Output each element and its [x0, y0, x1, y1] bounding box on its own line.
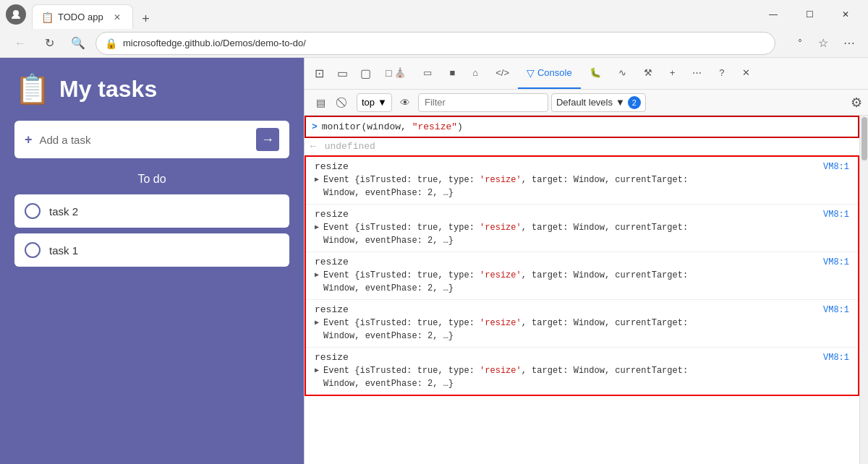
error-count-badge: 2: [628, 96, 641, 109]
resize-label: resize: [315, 209, 349, 220]
new-tab-button[interactable]: +: [136, 9, 156, 29]
tab-home[interactable]: ⌂: [464, 58, 487, 89]
maximize-button[interactable]: ☐: [793, 3, 826, 26]
todo-section-title: To do: [14, 173, 289, 186]
add-task-plus-icon: +: [25, 132, 33, 147]
task-item[interactable]: task 2: [14, 194, 289, 228]
resize-source-link[interactable]: VM8:1: [823, 353, 849, 363]
address-input[interactable]: 🔒 microsoftedge.github.io/Demos/demo-to-…: [95, 32, 775, 55]
expand-arrow-icon[interactable]: ▶: [315, 223, 319, 231]
add-task-button[interactable]: →: [256, 128, 279, 151]
scrollbar[interactable]: [859, 116, 868, 464]
back-button[interactable]: ←: [9, 32, 32, 55]
url-text: microsoftedge.github.io/Demos/demo-to-do…: [123, 38, 306, 48]
context-chevron-icon: ▼: [378, 97, 387, 108]
user-avatar[interactable]: [6, 4, 26, 25]
resize-header: resize VM8:1: [315, 257, 849, 267]
console-content: > monitor(window, "resize") ← ← undefine…: [305, 116, 859, 464]
active-tab[interactable]: 📋 TODO app ✕: [32, 4, 133, 29]
source-box-icon: ■: [449, 67, 455, 78]
console-prompt-highlighted[interactable]: > monitor(window, "resize"): [305, 116, 859, 138]
context-select[interactable]: top ▼: [357, 93, 392, 112]
tab-device[interactable]: ▭: [414, 58, 441, 89]
tab-more[interactable]: ⋯: [684, 58, 710, 89]
devtools-panel: ⊡ ▭ ▢ □ ⛪ ▭ ■ ⌂ </>: [304, 58, 868, 464]
device-icon: ▭: [423, 67, 432, 78]
tab-help[interactable]: ?: [710, 58, 733, 89]
search-button[interactable]: 🔍: [67, 32, 90, 55]
task-label: task 2: [49, 205, 78, 218]
prompt-code: monitor(window, "resize"): [322, 121, 463, 132]
task-checkbox[interactable]: [25, 242, 41, 258]
close-button[interactable]: ✕: [829, 3, 862, 26]
device-toolbar-icon[interactable]: ▭: [331, 62, 354, 85]
event-text: Event {isTrusted: true, type: 'resize', …: [323, 317, 688, 343]
tab-bugs[interactable]: 🐛: [581, 58, 610, 89]
refresh-button[interactable]: ↻: [38, 32, 61, 55]
window-controls: — ☐ ✕: [757, 3, 862, 26]
clear-console-button[interactable]: ▤: [310, 93, 331, 113]
resize-detail: ▶ Event {isTrusted: true, type: 'resize'…: [315, 364, 849, 390]
filter-button[interactable]: ⃠: [333, 93, 354, 113]
bugs-icon: 🐛: [590, 67, 601, 78]
tab-performance[interactable]: ⚒: [635, 58, 661, 89]
eye-icon[interactable]: 👁: [395, 93, 415, 113]
task-checkbox[interactable]: [25, 203, 41, 219]
tab-close[interactable]: ✕: [733, 58, 759, 89]
inspect-element-icon[interactable]: ⊡: [307, 62, 331, 85]
add-task-bar[interactable]: + Add a task →: [14, 121, 289, 158]
resize-detail: ▶ Event {isTrusted: true, type: 'resize'…: [315, 221, 849, 247]
resize-entry: resize VM8:1 ▶ Event {isTrusted: true, t…: [306, 348, 858, 395]
resize-source-link[interactable]: VM8:1: [823, 257, 849, 267]
expand-arrow-icon[interactable]: ▶: [315, 318, 319, 327]
prompt-arrow-icon: >: [312, 121, 318, 132]
todo-icon: 📋: [14, 72, 51, 106]
tab-console-label: Console: [537, 67, 572, 78]
tab-title: TODO app: [58, 12, 103, 22]
task-label: task 1: [49, 244, 78, 257]
resize-entry: resize VM8:1 ▶ Event {isTrusted: true, t…: [306, 300, 858, 348]
todo-title: My tasks: [59, 76, 157, 103]
console-icon: ▽: [527, 67, 535, 79]
tab-bar: 📋 TODO app ✕ +: [32, 0, 757, 29]
svg-point-0: [13, 10, 19, 16]
minimize-button[interactable]: —: [757, 3, 790, 26]
task-item[interactable]: task 1: [14, 233, 289, 267]
levels-chevron-icon: ▼: [616, 97, 625, 108]
expand-arrow-icon[interactable]: ▶: [315, 175, 319, 184]
scrollbar-thumb[interactable]: [861, 117, 867, 160]
resize-detail: ▶ Event {isTrusted: true, type: 'resize'…: [315, 317, 849, 343]
tab-network[interactable]: ∿: [610, 58, 635, 89]
resize-entry: resize VM8:1 ▶ Event {isTrusted: true, t…: [306, 205, 858, 252]
resize-header: resize VM8:1: [315, 209, 849, 220]
resize-source-link[interactable]: VM8:1: [823, 210, 849, 220]
perf-icon: ⚒: [644, 67, 652, 78]
read-aloud-icon[interactable]: ︒: [787, 33, 807, 53]
tab-close-button[interactable]: ✕: [111, 11, 124, 24]
expand-arrow-icon[interactable]: ▶: [315, 270, 319, 279]
network-icon: ∿: [618, 67, 626, 78]
title-bar: 📋 TODO app ✕ + — ☐ ✕: [0, 0, 868, 29]
tab-source-icon[interactable]: ■: [441, 58, 464, 89]
todo-panel: 📋 My tasks + Add a task → To do task 2 t…: [0, 58, 304, 464]
tab-add[interactable]: +: [661, 58, 684, 89]
expand-arrow-icon[interactable]: ▶: [315, 366, 319, 374]
settings-icon[interactable]: ⚙: [851, 95, 862, 111]
resize-detail: ▶ Event {isTrusted: true, type: 'resize'…: [315, 269, 849, 295]
address-right-icons: ︒ ☆ ⋯: [787, 33, 859, 53]
resize-source-link[interactable]: VM8:1: [823, 162, 849, 172]
tab-elements[interactable]: □ ⛪: [377, 58, 414, 89]
devtools-tabs: □ ⛪ ▭ ■ ⌂ </> ▽ Console: [377, 58, 865, 89]
resize-source-link[interactable]: VM8:1: [823, 305, 849, 315]
more-icon[interactable]: ⋯: [839, 33, 859, 53]
default-levels-dropdown[interactable]: Default levels ▼ 2: [551, 93, 646, 112]
tab-code[interactable]: </>: [487, 58, 518, 89]
sidebar-icon[interactable]: ▢: [354, 62, 377, 85]
add-task-input[interactable]: Add a task: [40, 134, 249, 146]
tab-console[interactable]: ▽ Console: [518, 58, 581, 89]
favorites-icon[interactable]: ☆: [813, 33, 833, 53]
filter-input[interactable]: [418, 93, 548, 112]
resize-entry: resize VM8:1 ▶ Event {isTrusted: true, t…: [306, 252, 858, 300]
default-levels-label: Default levels: [556, 97, 613, 108]
resize-label: resize: [315, 161, 349, 172]
